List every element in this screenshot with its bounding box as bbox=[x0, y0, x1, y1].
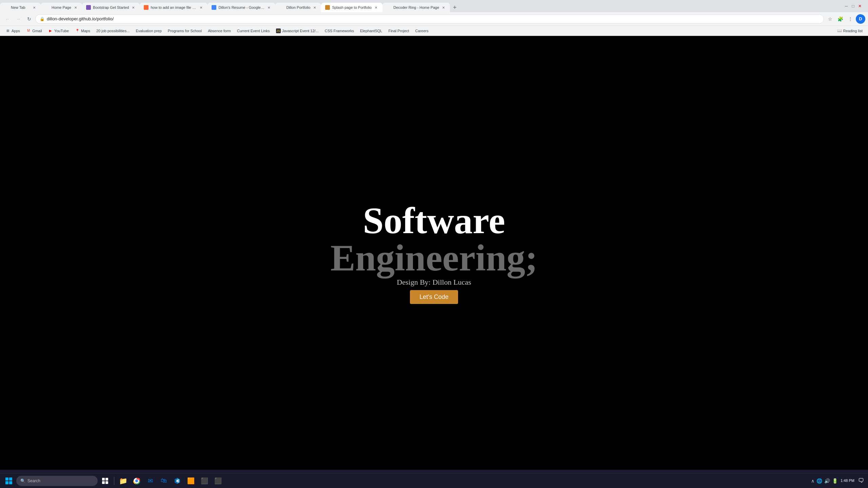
bookmark-absence-label: Absence form bbox=[208, 29, 231, 33]
tab-favicon-add-image bbox=[144, 5, 149, 10]
bookmark-apps[interactable]: ⊞ Apps bbox=[3, 27, 23, 35]
bookmark-careers-label: Careers bbox=[415, 29, 429, 33]
tab-close-new-tab[interactable]: ✕ bbox=[32, 5, 37, 10]
bookmark-js-event[interactable]: JS Javascript Event 12/... bbox=[273, 27, 321, 35]
bookmark-apps-label: Apps bbox=[12, 29, 20, 33]
title-bar: New Tab ✕ Home Page ✕ Bootstrap Get Star… bbox=[0, 0, 868, 12]
taskbar-chrome[interactable] bbox=[131, 475, 143, 487]
back-button[interactable]: ← bbox=[3, 14, 12, 24]
close-button[interactable]: ✕ bbox=[857, 3, 863, 9]
bookmark-absence[interactable]: Absence form bbox=[205, 27, 234, 35]
web-content: Software Engineering; Design By: Dillon … bbox=[0, 36, 868, 470]
maximize-button[interactable]: □ bbox=[850, 3, 856, 9]
bookmark-careers[interactable]: Careers bbox=[413, 27, 431, 35]
lets-code-button[interactable]: Let's Code bbox=[410, 290, 458, 304]
tab-close-add-image[interactable]: ✕ bbox=[199, 5, 203, 10]
bookmark-final-project[interactable]: Final Project bbox=[386, 27, 412, 35]
svg-rect-1 bbox=[9, 477, 12, 481]
bookmark-current-events[interactable]: Current Event Links bbox=[234, 27, 273, 35]
tab-label-dillon-portfolio: Dillon Portfolio bbox=[286, 5, 310, 9]
hero-title-software: Software bbox=[330, 202, 537, 239]
tab-new-tab[interactable]: New Tab ✕ bbox=[0, 3, 41, 12]
tab-decoder-ring[interactable]: Decoder Ring - Home Page ✕ bbox=[382, 3, 450, 12]
reading-list-label: Reading list bbox=[843, 29, 863, 33]
tab-close-google-docs[interactable]: ✕ bbox=[267, 5, 271, 10]
notification-center-button[interactable]: 🗨 bbox=[857, 477, 865, 485]
tab-close-bootstrap[interactable]: ✕ bbox=[131, 5, 136, 10]
taskbar-vscode[interactable] bbox=[171, 475, 183, 487]
taskbar-search[interactable]: 🔍 Search bbox=[16, 476, 98, 486]
horizontal-scrollbar bbox=[0, 470, 868, 473]
bookmark-programs-label: Programs for School bbox=[168, 29, 202, 33]
bookmark-maps[interactable]: 📍 Maps bbox=[72, 27, 93, 35]
bookmark-20job[interactable]: 20 job possibilities... bbox=[94, 27, 132, 35]
bookmark-elephantsql[interactable]: ElephantSQL bbox=[357, 27, 385, 35]
bookmark-youtube-label: YouTube bbox=[54, 29, 69, 33]
bookmark-20job-label: 20 job possibilities... bbox=[96, 29, 130, 33]
taskbar-purple-app[interactable]: ⬛ bbox=[198, 475, 211, 487]
bookmark-css-frameworks-label: CSS Frameworks bbox=[325, 29, 354, 33]
tab-add-image[interactable]: how to add an image file to vsc... ✕ bbox=[140, 3, 208, 12]
minimize-button[interactable]: ─ bbox=[844, 3, 849, 9]
taskbar-right: ∧ 🌐 🔊 🔋 1:48 PM 🗨 bbox=[811, 477, 865, 485]
tab-close-dillon-portfolio[interactable]: ✕ bbox=[312, 5, 317, 10]
bookmark-eval[interactable]: Evaluation prep bbox=[133, 27, 164, 35]
taskbar-store[interactable]: 🛍 bbox=[158, 475, 170, 487]
system-clock[interactable]: 1:48 PM bbox=[841, 478, 854, 483]
reading-list-button[interactable]: 📖 Reading list bbox=[834, 28, 865, 34]
chrome-browser: New Tab ✕ Home Page ✕ Bootstrap Get Star… bbox=[0, 0, 868, 488]
reading-list-icon: 📖 bbox=[837, 28, 842, 33]
bookmark-maps-label: Maps bbox=[81, 29, 90, 33]
system-tray: ∧ 🌐 🔊 🔋 bbox=[811, 478, 838, 484]
hero-section: Software Engineering; Design By: Dillon … bbox=[330, 202, 537, 304]
hero-subtitle: Design By: Dillon Lucas bbox=[330, 278, 537, 287]
task-view-button[interactable] bbox=[99, 475, 111, 487]
maps-favicon: 📍 bbox=[75, 28, 80, 33]
more-options-button[interactable]: ⋮ bbox=[846, 14, 855, 24]
windows-logo-icon bbox=[5, 477, 13, 485]
taskbar-green-app[interactable]: ⬛ bbox=[212, 475, 224, 487]
reload-button[interactable]: ↻ bbox=[24, 14, 34, 24]
tab-splash-page[interactable]: Splash page to Portfolio ✕ bbox=[321, 3, 382, 12]
tab-favicon-decoder-ring bbox=[387, 5, 391, 10]
tab-close-home-page[interactable]: ✕ bbox=[73, 5, 78, 10]
tab-google-docs[interactable]: Dillon's Resume - Google Docs ✕ bbox=[208, 3, 275, 12]
tray-arrow-icon[interactable]: ∧ bbox=[811, 478, 814, 484]
start-button[interactable] bbox=[3, 475, 15, 487]
volume-icon[interactable]: 🔊 bbox=[824, 478, 830, 484]
tab-label-home-page: Home Page bbox=[52, 5, 71, 9]
bookmark-eval-label: Evaluation prep bbox=[136, 29, 161, 33]
svg-rect-6 bbox=[102, 481, 105, 484]
tab-favicon-new-tab bbox=[4, 5, 9, 10]
bookmark-star-button[interactable]: ☆ bbox=[825, 14, 835, 24]
tab-dillon-portfolio[interactable]: Dillon Portfolio ✕ bbox=[275, 3, 321, 12]
extensions-button[interactable]: 🧩 bbox=[835, 14, 845, 24]
address-bar[interactable]: 🔒 dillon-developer.github.io/portfolio/ bbox=[35, 14, 824, 24]
bookmark-youtube[interactable]: ▶ YouTube bbox=[45, 27, 72, 35]
tab-close-splash-page[interactable]: ✕ bbox=[374, 5, 378, 10]
tab-home-page[interactable]: Home Page ✕ bbox=[41, 3, 82, 12]
taskbar-orange-app[interactable]: 🟧 bbox=[185, 475, 197, 487]
svg-rect-4 bbox=[102, 478, 105, 481]
forward-button[interactable]: → bbox=[14, 14, 23, 24]
bookmark-programs[interactable]: Programs for School bbox=[165, 27, 204, 35]
bookmark-css-frameworks[interactable]: CSS Frameworks bbox=[322, 27, 357, 35]
taskbar-file-explorer[interactable]: 📁 bbox=[117, 475, 129, 487]
tab-label-new-tab: New Tab bbox=[11, 5, 30, 9]
youtube-favicon: ▶ bbox=[48, 28, 53, 33]
taskbar-mail[interactable]: ✉ bbox=[144, 475, 156, 487]
task-view-icon bbox=[102, 477, 108, 484]
svg-point-9 bbox=[135, 480, 138, 482]
tab-close-decoder-ring[interactable]: ✕ bbox=[441, 5, 446, 10]
window-controls: ─ □ ✕ bbox=[838, 0, 868, 12]
svg-rect-2 bbox=[5, 481, 8, 484]
bookmark-final-project-label: Final Project bbox=[388, 29, 409, 33]
battery-icon[interactable]: 🔋 bbox=[832, 478, 838, 484]
network-icon[interactable]: 🌐 bbox=[816, 478, 822, 484]
profile-button[interactable]: D bbox=[856, 14, 865, 24]
tab-label-google-docs: Dillon's Resume - Google Docs bbox=[218, 5, 264, 9]
new-tab-button[interactable]: + bbox=[450, 3, 459, 12]
tab-bootstrap[interactable]: Bootstrap Get Started ✕ bbox=[82, 3, 140, 12]
tab-favicon-dillon-portfolio bbox=[279, 5, 284, 10]
bookmark-gmail[interactable]: M Gmail bbox=[23, 27, 45, 35]
